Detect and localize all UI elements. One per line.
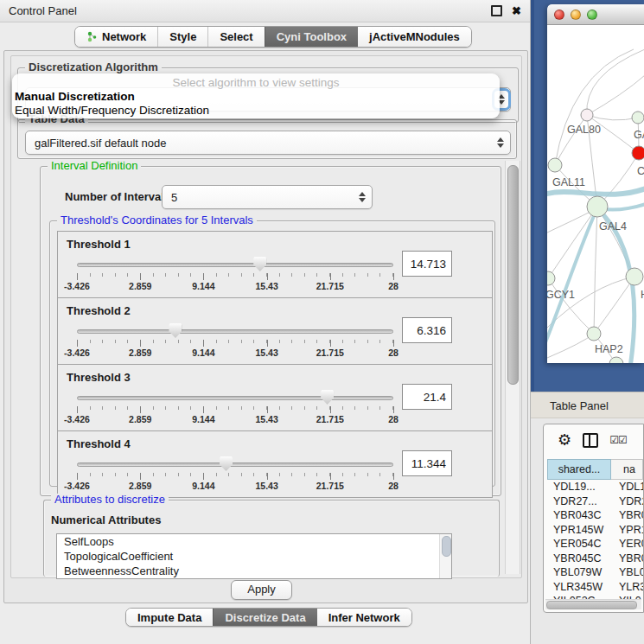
threshold-3-slider-thumb[interactable] bbox=[321, 390, 334, 405]
network-node-label: GA bbox=[634, 129, 644, 141]
table-row[interactable]: YLR345WYLR3 bbox=[547, 580, 643, 595]
columns-icon[interactable] bbox=[583, 433, 598, 448]
attributes-list-scrollbar[interactable] bbox=[439, 534, 451, 578]
cell-shared-name[interactable]: YBR045C bbox=[547, 552, 611, 566]
slider-tick-label: -3.426 bbox=[64, 481, 90, 491]
threshold-1-value[interactable]: 14.713 bbox=[402, 251, 452, 277]
column-header-name[interactable]: na bbox=[611, 459, 643, 480]
slider-tick-label: -3.426 bbox=[64, 414, 90, 424]
table-horizontal-scrollbar[interactable] bbox=[545, 599, 641, 609]
cell-shared-name[interactable]: YDR27... bbox=[547, 494, 611, 509]
threshold-4-slider-thumb[interactable] bbox=[220, 456, 233, 471]
slider-tick-label: 21.715 bbox=[316, 281, 344, 291]
cell-name[interactable]: YBR0 bbox=[611, 552, 643, 566]
threshold-1-slider-thumb[interactable] bbox=[253, 257, 266, 271]
attribute-list-item[interactable]: TopologicalCoefficient bbox=[57, 549, 451, 564]
threshold-2-slider-thumb[interactable] bbox=[169, 323, 182, 338]
minimize-traffic-light-icon[interactable] bbox=[571, 10, 581, 20]
network-node-right-node[interactable] bbox=[626, 268, 643, 285]
table-row[interactable]: YPR145WYPR1 bbox=[547, 523, 643, 538]
table-row[interactable]: YDR27...YDR2 bbox=[547, 494, 643, 509]
panel-scrollbar-thumb[interactable] bbox=[507, 165, 519, 385]
network-node-bottom-node[interactable] bbox=[609, 357, 623, 363]
slider-tick-label: 2.859 bbox=[129, 414, 151, 424]
threshold-4-slider[interactable]: -3.4262.8599.14415.4321.71528 bbox=[77, 454, 393, 494]
cell-name[interactable]: YLR3 bbox=[611, 580, 643, 595]
network-node-top-right-node[interactable] bbox=[632, 112, 644, 124]
tab-network-label: Network bbox=[102, 30, 146, 43]
tab-infer-network[interactable]: Infer Network bbox=[317, 609, 411, 626]
table-panel-window: ⚙ ☑☑ shared... na YDL19...YDL1YDR27...YD… bbox=[543, 424, 644, 613]
tab-impute-data[interactable]: Impute Data bbox=[126, 609, 213, 626]
network-view-window[interactable]: GAL80GACGAL11GAL4GCY1HHAP2 bbox=[547, 4, 644, 363]
table-row[interactable]: YBR043CYBR0 bbox=[547, 508, 643, 523]
threshold-1-slider[interactable]: -3.4262.8599.14415.4321.71528 bbox=[77, 254, 393, 294]
cell-shared-name[interactable]: YLR345W bbox=[547, 580, 611, 595]
attribute-list-item[interactable]: BetweennessCentrality bbox=[57, 564, 451, 578]
cell-name[interactable]: YBR0 bbox=[611, 508, 643, 523]
cell-name[interactable]: YDR2 bbox=[611, 494, 643, 509]
cell-name[interactable]: YER0 bbox=[611, 537, 643, 552]
algorithm-option-manual[interactable]: Manual Discretization bbox=[12, 90, 500, 104]
threshold-4-row: Threshold 4 -3.4262.8599.14415.4321.7152… bbox=[57, 430, 493, 498]
float-window-icon[interactable] bbox=[491, 5, 502, 16]
numerical-attributes-list[interactable]: SelfLoopsTopologicalCoefficientBetweenne… bbox=[56, 533, 452, 579]
close-icon[interactable]: ✖ bbox=[512, 5, 521, 16]
threshold-4-value[interactable]: 11.344 bbox=[402, 450, 452, 476]
cell-shared-name[interactable]: YER054C bbox=[547, 537, 611, 552]
threshold-2-slider[interactable]: -3.4262.8599.14415.4321.71528 bbox=[77, 321, 393, 360]
tab-discretize-data[interactable]: Discretize Data bbox=[213, 609, 316, 626]
cell-name[interactable]: YDL1 bbox=[611, 480, 643, 494]
attribute-list-item[interactable]: SelfLoops bbox=[57, 534, 451, 549]
cell-shared-name[interactable]: YDL19... bbox=[547, 480, 611, 494]
zoom-traffic-light-icon[interactable] bbox=[587, 10, 597, 20]
network-node-GCY1[interactable] bbox=[547, 271, 555, 285]
apply-button[interactable]: Apply bbox=[231, 580, 292, 600]
table-data-combo[interactable]: galFiltered.sif default node bbox=[25, 131, 511, 155]
column-header-shared-name[interactable]: shared... bbox=[547, 459, 611, 480]
network-node-GAL4[interactable] bbox=[587, 196, 608, 217]
network-node-red-node[interactable] bbox=[632, 146, 644, 160]
slider-tick-label: 9.144 bbox=[192, 348, 214, 358]
algorithm-option-equal-width[interactable]: Equal Width/Frequency Discretization bbox=[12, 104, 500, 118]
network-node-GAL80[interactable] bbox=[581, 109, 593, 121]
algorithm-group-title: Discretization Algorithm bbox=[25, 61, 162, 73]
tab-jactivemnodules[interactable]: jActiveMNodules bbox=[358, 27, 471, 47]
cell-shared-name[interactable]: YBL079W bbox=[547, 565, 611, 580]
network-canvas[interactable]: GAL80GACGAL11GAL4GCY1HHAP2 bbox=[547, 25, 644, 363]
cell-shared-name[interactable]: YBR043C bbox=[547, 508, 611, 523]
table-horizontal-scrollbar-thumb[interactable] bbox=[546, 601, 637, 609]
cell-name[interactable]: YBL0 bbox=[611, 565, 643, 580]
threshold-1-label: Threshold 1 bbox=[67, 238, 131, 251]
num-intervals-combo[interactable]: 5 bbox=[162, 185, 373, 209]
network-node-GAL11[interactable] bbox=[548, 158, 562, 172]
threshold-1-row: Threshold 1 -3.4262.8599.14415.4321.7152… bbox=[57, 231, 493, 298]
table-panel-header: Table Panel bbox=[531, 392, 644, 418]
network-node-HAP2[interactable] bbox=[587, 327, 601, 341]
close-traffic-light-icon[interactable] bbox=[554, 10, 564, 20]
panel-scrollbar[interactable] bbox=[505, 161, 520, 574]
num-intervals-stepper[interactable] bbox=[355, 192, 369, 202]
cell-name[interactable]: YPR1 bbox=[611, 523, 643, 538]
table-row[interactable]: YBL079WYBL0 bbox=[547, 565, 643, 580]
toolbox-tabstrip: Network Style Select Cyni Toolbox jActiv… bbox=[74, 26, 472, 48]
slider-tick-label: 9.144 bbox=[192, 281, 214, 291]
table-row[interactable]: YDL19...YDL1 bbox=[547, 480, 643, 494]
threshold-2-value[interactable]: 6.316 bbox=[402, 317, 452, 343]
threshold-3-row: Threshold 3 -3.4262.8599.14415.4321.7152… bbox=[57, 364, 493, 431]
interval-definition-group: Interval Definition Number of Intervals … bbox=[40, 166, 501, 496]
tab-cyni-toolbox[interactable]: Cyni Toolbox bbox=[265, 27, 358, 47]
tab-select[interactable]: Select bbox=[207, 27, 264, 47]
table-row[interactable]: YBR045CYBR0 bbox=[547, 552, 643, 566]
cell-shared-name[interactable]: YPR145W bbox=[547, 523, 611, 538]
tab-style[interactable]: Style bbox=[157, 27, 207, 47]
select-columns-checkboxes-icon[interactable]: ☑☑ bbox=[609, 434, 627, 446]
table-row[interactable]: YER054CYER0 bbox=[547, 537, 643, 552]
table-data-combo-stepper[interactable] bbox=[494, 137, 507, 148]
threshold-3-slider[interactable]: -3.4262.8599.14415.4321.71528 bbox=[77, 387, 393, 427]
network-node-label: C bbox=[637, 165, 644, 177]
tab-network[interactable]: Network bbox=[75, 27, 157, 47]
table-data-group: Table Data galFiltered.sif default node bbox=[17, 119, 517, 159]
threshold-3-value[interactable]: 21.4 bbox=[402, 384, 452, 410]
gear-icon[interactable]: ⚙ bbox=[558, 432, 571, 448]
